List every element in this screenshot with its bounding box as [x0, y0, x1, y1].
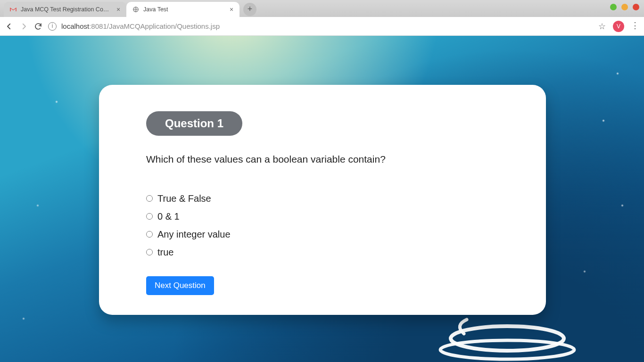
url-host: localhost [61, 22, 89, 30]
tab-inactive[interactable]: Java MCQ Test Registration Compl × [4, 2, 126, 17]
option-label: 0 & 1 [157, 209, 180, 223]
site-info-icon[interactable]: i [48, 22, 57, 31]
gmail-icon [9, 6, 17, 13]
window-controls [610, 4, 639, 10]
option-2[interactable]: Any integer value [146, 227, 546, 241]
option-1[interactable]: 0 & 1 [146, 209, 546, 223]
forward-button[interactable] [20, 22, 28, 31]
page-viewport: Question 1 Which of these values can a b… [0, 36, 644, 362]
tab-title: Java MCQ Test Registration Compl [21, 6, 111, 13]
options-group: True & False 0 & 1 Any integer value tru… [146, 191, 546, 259]
option-radio[interactable] [146, 249, 153, 255]
window-min-icon[interactable] [610, 4, 617, 10]
url-port: :8081 [89, 22, 107, 30]
window-close-icon[interactable] [633, 4, 639, 10]
option-0[interactable]: True & False [146, 191, 546, 206]
next-question-button[interactable]: Next Question [146, 276, 214, 295]
close-icon[interactable]: × [115, 6, 122, 13]
bookmark-icon[interactable]: ☆ [598, 22, 606, 31]
globe-icon [132, 6, 140, 13]
option-label: true [157, 245, 173, 259]
question-pill: Question 1 [146, 111, 242, 136]
option-label: Any integer value [157, 227, 231, 241]
back-button[interactable] [5, 22, 13, 31]
svg-point-2 [440, 340, 574, 359]
question-text: Which of these values can a boolean vari… [146, 154, 546, 165]
url-path: /JavaMCQApplication/Questions.jsp [107, 22, 220, 30]
kebab-menu-icon[interactable]: ⋮ [631, 22, 639, 31]
close-icon[interactable]: × [228, 6, 235, 13]
reload-button[interactable] [34, 22, 42, 31]
svg-point-1 [451, 326, 564, 351]
window-max-icon[interactable] [621, 4, 628, 10]
option-radio[interactable] [146, 231, 153, 238]
url-box[interactable]: i localhost:8081/JavaMCQApplication/Ques… [48, 19, 592, 33]
option-3[interactable]: true [146, 245, 546, 259]
tab-title: Java Test [143, 6, 224, 13]
tab-active[interactable]: Java Test × [126, 2, 239, 17]
option-label: True & False [157, 191, 211, 206]
tab-bar: Java MCQ Test Registration Compl × Java … [0, 0, 644, 17]
option-radio[interactable] [146, 213, 153, 220]
option-radio[interactable] [146, 195, 153, 202]
address-bar: i localhost:8081/JavaMCQApplication/Ques… [0, 17, 644, 36]
new-tab-button[interactable]: + [243, 3, 256, 16]
avatar[interactable]: V [613, 21, 624, 32]
question-card: Question 1 Which of these values can a b… [99, 85, 546, 315]
